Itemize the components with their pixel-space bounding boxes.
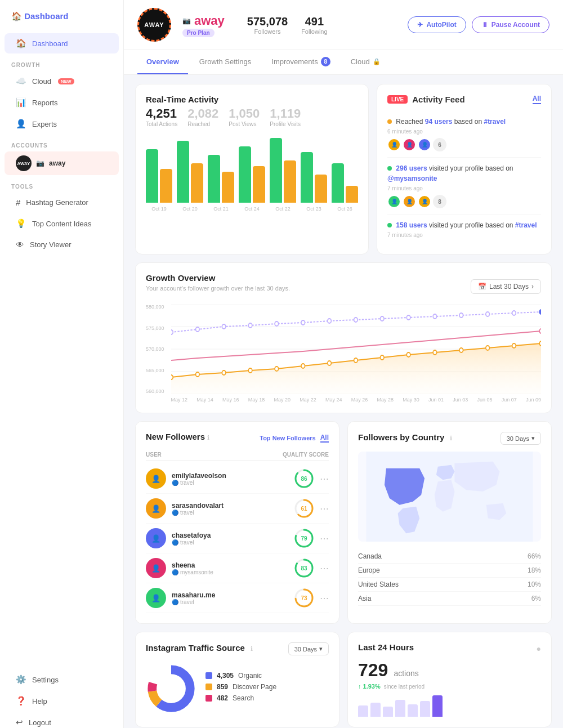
country-row-europe: Europe 18% <box>358 564 541 578</box>
row-activity: Real-Time Activity 4,251 Total Actions 2… <box>135 84 552 254</box>
growth-header: Growth Overview Your account's follower … <box>146 273 541 300</box>
svg-point-30 <box>433 350 437 355</box>
ig-brand-icon: 📷 <box>182 17 191 25</box>
svg-point-10 <box>301 320 305 325</box>
tab-cloud[interactable]: Cloud 🔒 <box>342 50 390 74</box>
svg-point-33 <box>512 343 516 348</box>
svg-point-13 <box>380 316 384 321</box>
svg-point-34 <box>539 341 541 346</box>
chevron-right-icon: › <box>531 283 534 291</box>
more-button-5[interactable]: ⋯ <box>320 593 329 604</box>
bar-label-3: Oct 21 <box>208 206 234 212</box>
lock-icon: 🔒 <box>373 58 381 65</box>
last24-status-dot: ● <box>537 644 541 653</box>
follower-row-1: 👤 emilylafaveolson 🔵 travel 86 ⋯ <box>146 464 329 494</box>
svg-point-7 <box>222 324 226 329</box>
mini-bar-3 <box>383 707 393 717</box>
feed-avatar-1a: 👤 <box>387 138 401 151</box>
post-views-stat: 1,050 Post Views <box>229 106 260 127</box>
more-button-2[interactable]: ⋯ <box>320 503 329 514</box>
sidebar-item-hashtag[interactable]: # Hashtag Generator <box>5 193 119 212</box>
sidebar-item-top-content[interactable]: 💡 Top Content Ideas <box>5 213 119 234</box>
bar-green-6 <box>301 152 313 203</box>
more-button-4[interactable]: ⋯ <box>320 563 329 574</box>
x-label-1: May 12 <box>171 397 188 403</box>
feed-header: LIVE Activity Feed All <box>387 95 541 104</box>
follower-info-1: emilylafaveolson 🔵 travel <box>172 472 226 486</box>
sidebar-item-help[interactable]: ❓ Help <box>5 691 119 711</box>
followers-col-headers: User Quality Score <box>146 449 329 461</box>
sidebar-item-experts[interactable]: 👤 Experts <box>5 114 119 134</box>
sidebar-section-accounts: ACCOUNTS <box>0 135 123 151</box>
header-stats: 575,078 Followers 491 Following <box>247 15 328 35</box>
sidebar-item-reports[interactable]: 📊 Reports <box>5 92 119 113</box>
svg-point-28 <box>380 355 384 360</box>
sidebar-item-cloud[interactable]: ☁️ Cloud NEW <box>5 71 119 91</box>
follower-score-4: 83 ⋯ <box>294 558 329 578</box>
svg-point-14 <box>406 315 410 320</box>
activity-feed-card: LIVE Activity Feed All Reached 94 users … <box>377 84 552 254</box>
bar-green-5 <box>270 138 282 203</box>
info-icon-country: ℹ <box>450 435 452 442</box>
feed-title: Activity Feed <box>412 95 464 104</box>
x-label-13: Jun 05 <box>477 397 492 403</box>
sidebar-item-logout[interactable]: ↩ Logout <box>5 712 119 728</box>
followers-all-link[interactable]: All <box>320 434 329 443</box>
feed-text-3: 158 users visited your profile based on … <box>387 220 541 230</box>
sidebar-section-growth: GROWTH <box>0 54 123 70</box>
last24-growth-label: since last period <box>384 684 425 690</box>
feed-highlight-3a: 158 users <box>396 221 427 229</box>
follower-avatar-5: 👤 <box>146 588 166 608</box>
y-axis-labels: 580,000 575,000 570,000 565,000 560,000 <box>146 304 167 394</box>
bar-group-3 <box>208 155 234 203</box>
tab-overview[interactable]: Overview <box>137 50 188 74</box>
country-row-canada: Canada 66% <box>358 550 541 564</box>
bar-label-5: Oct 22 <box>270 206 296 212</box>
autopilot-button[interactable]: ✈ AutoPilot <box>408 16 466 33</box>
legend-item-discover: 859 Discover Page <box>205 683 329 691</box>
account-item-away[interactable]: AWAY 📷 away <box>5 151 119 175</box>
reached-stat: 2,082 Reached <box>187 106 218 127</box>
col-header-user: User <box>146 452 162 458</box>
feed-highlight-3b: #travel <box>515 221 537 229</box>
x-label-14: Jun 07 <box>502 397 517 403</box>
header: AWAY 📷 away Pro Plan 575,078 Followers 4… <box>124 0 563 50</box>
follower-row-3: 👤 chasetafoya 🔵 travel 79 ⋯ <box>146 524 329 553</box>
mini-bars <box>358 694 541 717</box>
more-button-1[interactable]: ⋯ <box>320 474 329 484</box>
main-tabs: Overview Growth Settings Improvements 8 … <box>124 50 563 75</box>
last24-growth-pct: ↑ 1.93% <box>358 683 381 690</box>
x-label-7: May 24 <box>325 397 342 403</box>
info-icon-traffic: ℹ <box>251 645 253 653</box>
realtime-title: Real-Time Activity <box>146 95 358 104</box>
period-selector-button[interactable]: 📅 Last 30 Days › <box>471 279 541 294</box>
svg-point-35 <box>539 329 541 333</box>
svg-point-5 <box>171 330 173 334</box>
status-dot-2 <box>387 166 392 171</box>
sidebar-item-settings[interactable]: ⚙️ Settings <box>5 669 119 690</box>
world-map <box>358 452 541 542</box>
growth-title-group: Growth Overview Your account's follower … <box>146 273 290 300</box>
pause-account-button[interactable]: ⏸ Pause Account <box>472 16 549 33</box>
x-label-4: May 18 <box>248 397 265 403</box>
svg-point-31 <box>459 348 463 352</box>
more-button-3[interactable]: ⋯ <box>320 533 329 544</box>
feed-all-link[interactable]: All <box>533 95 541 104</box>
follower-info-4: sheena 🔵 mysamsonite <box>172 561 213 575</box>
bar-green-1 <box>146 149 158 203</box>
svg-point-25 <box>301 364 305 368</box>
bar-chart <box>146 135 358 203</box>
top-new-followers-label: Top New Followers <box>260 435 315 441</box>
sidebar-item-story-viewer[interactable]: 👁 Story Viewer <box>5 235 119 254</box>
tab-improvements[interactable]: Improvements 8 <box>262 50 339 74</box>
country-period-dropdown[interactable]: 30 Days ▾ <box>501 432 541 445</box>
follower-score-5: 73 ⋯ <box>294 588 329 608</box>
followers-by-country-card: Followers by Country ℹ 30 Days ▾ <box>347 421 552 624</box>
traffic-period-dropdown[interactable]: 30 Days ▾ <box>288 642 329 655</box>
tab-growth-settings[interactable]: Growth Settings <box>190 50 261 74</box>
sidebar-item-dashboard[interactable]: 🏠 Dashboard <box>5 33 119 53</box>
y-label-3: 570,000 <box>146 346 164 352</box>
country-row-asia: Asia 6% <box>358 592 541 606</box>
country-row-usa: United States 10% <box>358 578 541 592</box>
settings-icon: ⚙️ <box>16 675 26 685</box>
